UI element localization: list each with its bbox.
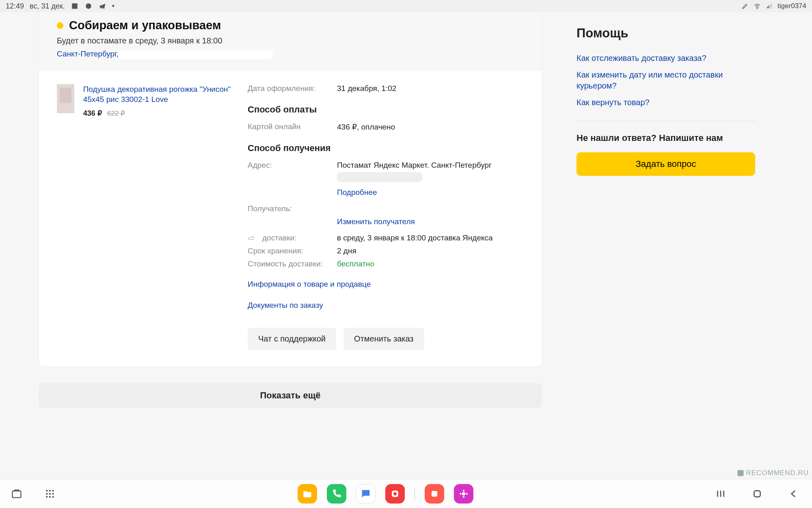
show-more-button[interactable]: Показать ещё — [39, 383, 542, 408]
address-label: Адрес: — [248, 161, 337, 170]
address-value: Постамат Яндекс Маркет. Санкт-Петербург — [337, 161, 492, 169]
svg-point-16 — [49, 496, 51, 497]
android-statusbar: 12:49 вс, 31 дек. • tiger0374 — [0, 0, 812, 12]
signal-icon — [765, 2, 773, 10]
storage-value: 2 дня — [337, 246, 524, 255]
svg-point-23 — [462, 496, 464, 497]
address-more-link[interactable]: Подробнее — [337, 188, 377, 197]
app-gallery-icon[interactable] — [454, 484, 473, 504]
product-price: 436 ₽ 622 ₽ — [83, 109, 248, 118]
status-user: tiger0374 — [777, 2, 806, 10]
product-old-price: 622 ₽ — [107, 110, 125, 117]
change-recipient-link[interactable]: Изменить получателя — [337, 217, 415, 226]
nav-recent-icon[interactable] — [714, 487, 728, 501]
wifi-icon — [753, 2, 761, 10]
svg-rect-20 — [432, 491, 437, 497]
svg-rect-7 — [738, 470, 744, 476]
svg-point-2 — [757, 8, 758, 9]
delivery-cost-value: бесплатно — [337, 259, 524, 268]
status-title: Собираем и упаковываем — [69, 19, 221, 32]
redacted-address-line — [337, 172, 422, 182]
divider — [577, 121, 755, 121]
apps-grid-icon[interactable] — [43, 487, 57, 501]
svg-point-17 — [52, 496, 54, 497]
status-indicator-icon — [57, 22, 63, 29]
svg-point-15 — [46, 496, 48, 497]
svg-point-13 — [49, 493, 51, 494]
svg-point-24 — [460, 493, 461, 494]
payment-header: Способ оплаты — [248, 104, 524, 115]
product-name-link[interactable]: Подушка декоративная рогожка "Унисон" 45… — [83, 84, 248, 105]
app-todoist-icon[interactable] — [425, 484, 444, 504]
status-date: вс, 31 дек. — [30, 2, 65, 11]
svg-rect-3 — [767, 6, 768, 8]
cancel-order-button[interactable]: Отменить заказ — [343, 328, 424, 350]
watermark: RECOMMEND.RU — [737, 469, 809, 477]
nav-separator — [415, 487, 415, 500]
help-link-reschedule[interactable]: Как изменить дату или место доставки кур… — [577, 69, 755, 91]
delivery-cost-label: Стоимость доставки: — [248, 259, 337, 268]
help-link-return[interactable]: Как вернуть товар? — [577, 97, 755, 108]
svg-point-14 — [52, 493, 54, 494]
payment-method-label: Картой онлайн — [248, 122, 337, 131]
redacted-address — [119, 50, 273, 59]
telegram-icon — [98, 2, 106, 10]
order-status-card: Собираем и упаковываем Будет в постамате… — [39, 12, 542, 70]
svg-rect-29 — [754, 491, 760, 497]
telegram-notif-icon — [84, 2, 93, 10]
svg-point-9 — [46, 490, 48, 491]
svg-point-22 — [462, 490, 464, 491]
product-seller-info-link[interactable]: Информация о товаре и продавце — [248, 280, 524, 289]
status-time: 12:49 — [6, 2, 24, 11]
nav-home-icon[interactable] — [750, 487, 764, 501]
app-files-icon[interactable] — [298, 484, 317, 504]
svg-point-12 — [46, 493, 48, 494]
svg-point-25 — [466, 493, 467, 494]
help-link-track[interactable]: Как отслеживать доставку заказа? — [577, 53, 755, 64]
svg-rect-6 — [771, 3, 772, 8]
gallery-icon — [71, 2, 79, 10]
app-messages-icon[interactable] — [356, 484, 376, 504]
product-thumbnail[interactable] — [57, 84, 74, 113]
screenshot-icon[interactable] — [10, 487, 24, 501]
help-subtitle: Не нашли ответа? Напишите нам — [577, 133, 755, 143]
svg-rect-4 — [768, 6, 769, 9]
more-dot: • — [112, 2, 114, 11]
svg-rect-5 — [770, 4, 771, 8]
delivery-date-value: в среду, 3 января к 18:00 доставка Яндек… — [337, 233, 524, 242]
svg-point-19 — [393, 492, 397, 495]
order-date-value: 31 декабря, 1:02 — [337, 84, 524, 93]
order-date-label: Дата оформления: — [248, 84, 337, 93]
svg-point-1 — [86, 3, 91, 9]
recipient-label: Получатель: — [248, 204, 337, 213]
status-eta: Будет в постамате в среду, 3 января к 18… — [57, 36, 524, 45]
help-title: Помощь — [577, 26, 755, 41]
delivery-date-label: доставки: — [248, 233, 337, 242]
storage-label: Срок хранения: — [248, 246, 337, 255]
nav-back-icon[interactable] — [787, 487, 801, 501]
svg-point-21 — [462, 492, 465, 495]
delivery-header: Способ получения — [248, 143, 524, 153]
android-navbar — [0, 479, 812, 508]
app-camera-icon[interactable] — [385, 484, 405, 504]
status-city-link[interactable]: Санкт-Петербург, — [57, 50, 119, 58]
payment-value: 436 ₽, оплачено — [337, 122, 524, 132]
support-chat-button[interactable]: Чат с поддержкой — [248, 328, 336, 350]
svg-point-11 — [52, 490, 54, 491]
order-documents-link[interactable]: Документы по заказу — [248, 301, 524, 310]
app-phone-icon[interactable] — [327, 484, 346, 504]
ask-question-button[interactable]: Задать вопрос — [577, 152, 755, 176]
order-details-card: Подушка декоративная рогожка "Унисон" 45… — [39, 70, 542, 367]
svg-rect-8 — [13, 491, 21, 497]
pen-icon — [741, 2, 749, 10]
svg-rect-0 — [72, 3, 78, 9]
help-sidebar: Помощь Как отслеживать доставку заказа? … — [577, 12, 755, 176]
svg-point-10 — [49, 490, 51, 491]
